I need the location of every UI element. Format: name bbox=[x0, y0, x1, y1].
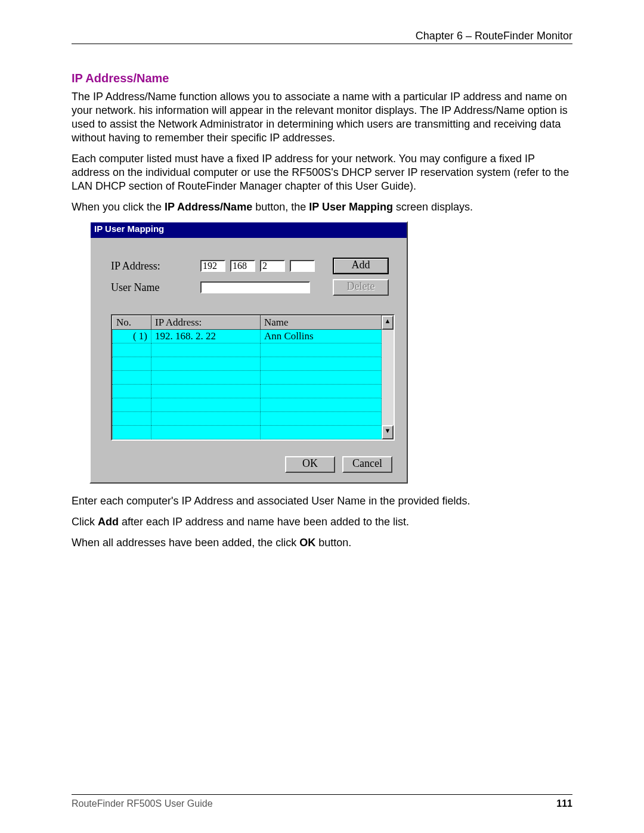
after2-bold: Add bbox=[98, 516, 119, 528]
cell-no bbox=[113, 357, 151, 371]
para3-bold1: IP Address/Name bbox=[165, 201, 252, 213]
para-1: The IP Address/Name function allows you … bbox=[72, 90, 572, 145]
header-text: Chapter 6 – RouteFinder Monitor bbox=[416, 30, 572, 42]
table-row[interactable] bbox=[113, 371, 382, 385]
cell-ip bbox=[151, 412, 261, 426]
ip-octet-3-input[interactable] bbox=[260, 260, 285, 272]
cell-name: Ann Collins bbox=[261, 330, 382, 343]
cell-ip bbox=[151, 385, 261, 398]
cell-name bbox=[261, 412, 382, 426]
scroll-down-icon[interactable]: ▼ bbox=[382, 425, 394, 439]
dialog-titlebar: IP User Mapping bbox=[91, 222, 407, 238]
after3-pre: When all addresses have been added, the … bbox=[72, 537, 299, 549]
scroll-up-icon[interactable]: ▲ bbox=[382, 315, 394, 330]
cell-no bbox=[113, 412, 151, 426]
cell-no bbox=[113, 398, 151, 412]
mapping-table: No. IP Address: Name ( 1)192. 168. 2. 22… bbox=[112, 315, 382, 439]
table-row[interactable]: ( 1)192. 168. 2. 22Ann Collins bbox=[113, 330, 382, 343]
footer-page: 111 bbox=[556, 798, 572, 809]
after-para-3: When all addresses have been added, the … bbox=[72, 536, 572, 550]
cell-no bbox=[113, 371, 151, 385]
header-divider bbox=[72, 44, 572, 44]
para3-post: screen displays. bbox=[393, 201, 473, 213]
cell-ip bbox=[151, 426, 261, 439]
table-row[interactable] bbox=[113, 385, 382, 398]
after2-post: after each IP address and name have been… bbox=[119, 516, 409, 528]
table-row[interactable] bbox=[113, 343, 382, 357]
after2-pre: Click bbox=[72, 516, 98, 528]
page-footer: RouteFinder RF500S User Guide 111 bbox=[72, 794, 572, 809]
table-scrollbar[interactable]: ▲ ▼ bbox=[382, 315, 394, 439]
section-title: IP Address/Name bbox=[72, 72, 572, 85]
user-name-label: User Name bbox=[111, 281, 200, 294]
ok-button[interactable]: OK bbox=[285, 456, 335, 473]
cell-name bbox=[261, 426, 382, 439]
cell-ip bbox=[151, 343, 261, 357]
ip-user-mapping-dialog: IP User Mapping IP Address: Add User Nam… bbox=[89, 221, 408, 484]
table-row[interactable] bbox=[113, 412, 382, 426]
ip-octet-4-input[interactable] bbox=[290, 260, 315, 272]
add-button[interactable]: Add bbox=[333, 258, 389, 274]
table-row[interactable] bbox=[113, 357, 382, 371]
cell-ip bbox=[151, 371, 261, 385]
cell-ip bbox=[151, 398, 261, 412]
mapping-table-area: No. IP Address: Name ( 1)192. 168. 2. 22… bbox=[111, 314, 395, 441]
delete-button[interactable]: Delete bbox=[333, 279, 389, 296]
ip-octet-2-input[interactable] bbox=[230, 260, 255, 272]
cell-name bbox=[261, 343, 382, 357]
user-name-input[interactable] bbox=[200, 281, 310, 293]
header-right: Chapter 6 – RouteFinder Monitor bbox=[72, 30, 572, 48]
cell-no: ( 1) bbox=[113, 330, 151, 343]
ip-address-row: IP Address: Add bbox=[111, 258, 392, 274]
ip-address-label: IP Address: bbox=[111, 260, 200, 272]
col-no: No. bbox=[113, 316, 151, 330]
footer-left: RouteFinder RF500S User Guide bbox=[72, 798, 213, 809]
para3-mid: button, the bbox=[252, 201, 309, 213]
cell-name bbox=[261, 357, 382, 371]
after3-post: button. bbox=[315, 537, 351, 549]
after3-bold: OK bbox=[299, 537, 315, 549]
cell-name bbox=[261, 398, 382, 412]
cell-ip: 192. 168. 2. 22 bbox=[151, 330, 261, 343]
after-para-2: Click Add after each IP address and name… bbox=[72, 515, 572, 529]
cell-no bbox=[113, 343, 151, 357]
after-para-1: Enter each computer's IP Address and ass… bbox=[72, 494, 572, 508]
cell-no bbox=[113, 385, 151, 398]
para-2: Each computer listed must have a fixed I… bbox=[72, 152, 572, 193]
cancel-button[interactable]: Cancel bbox=[342, 456, 392, 473]
para3-bold2: IP User Mapping bbox=[309, 201, 393, 213]
cell-name bbox=[261, 385, 382, 398]
col-name: Name bbox=[261, 316, 382, 330]
user-name-row: User Name Delete bbox=[111, 280, 392, 295]
ip-octet-1-input[interactable] bbox=[200, 260, 225, 272]
table-row[interactable] bbox=[113, 398, 382, 412]
scroll-track[interactable] bbox=[382, 330, 394, 425]
col-ip: IP Address: bbox=[151, 316, 261, 330]
cell-ip bbox=[151, 357, 261, 371]
para3-pre: When you click the bbox=[72, 201, 165, 213]
para-3: When you click the IP Address/Name butto… bbox=[72, 200, 572, 214]
cell-name bbox=[261, 371, 382, 385]
table-row[interactable] bbox=[113, 426, 382, 439]
cell-no bbox=[113, 426, 151, 439]
